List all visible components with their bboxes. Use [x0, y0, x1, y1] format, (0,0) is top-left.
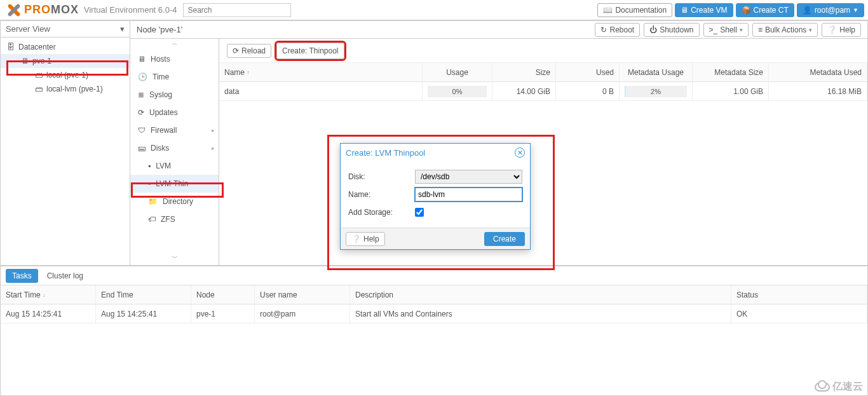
- help-icon: ❔: [827, 25, 837, 34]
- cell-metadata-usage: 2%: [620, 82, 693, 100]
- dialog-body: Disk: /dev/sdb Name: Add Storage:: [341, 161, 530, 228]
- add-storage-checkbox[interactable]: [415, 208, 424, 217]
- name-label: Name:: [348, 190, 415, 199]
- refresh-icon: ↻: [600, 25, 607, 34]
- sidemenu-zfs[interactable]: 🏷ZFS: [130, 210, 219, 228]
- sidemenu-updates[interactable]: ⟳Updates: [130, 104, 219, 121]
- menu-icon: ≣: [138, 90, 144, 99]
- tab-tasks[interactable]: Tasks: [6, 269, 38, 283]
- col-start-time[interactable]: Start Time ↓: [1, 285, 96, 304]
- col-end-time[interactable]: End Time: [96, 285, 191, 304]
- tree-icon: 🗃: [35, 85, 43, 93]
- scroll-up-icon[interactable]: ︿: [130, 39, 219, 50]
- col-metadata-size[interactable]: Metadata Size: [693, 63, 769, 81]
- tree-label: pve-1: [32, 57, 51, 65]
- bulk-actions-button[interactable]: ≡Bulk Actions▾: [752, 23, 818, 37]
- chevron-down-icon: ▾: [809, 27, 812, 33]
- col-metadata-usage[interactable]: Metadata Usage: [620, 63, 693, 81]
- menu-label: Updates: [149, 108, 178, 117]
- col-node[interactable]: Node: [191, 285, 255, 304]
- menu-icon: 🖥: [138, 55, 146, 64]
- user-icon: 👤: [803, 6, 812, 15]
- book-icon: 📖: [603, 6, 613, 15]
- tree-icon: 🖥: [21, 57, 29, 65]
- scroll-down-icon[interactable]: ﹀: [130, 254, 219, 265]
- create-ct-button[interactable]: 📦 Create CT: [736, 3, 794, 17]
- create-thinpool-dialog: Create: LVM Thinpool ✕ Disk: /dev/sdb Na…: [340, 143, 531, 250]
- shell-button[interactable]: >_Shell▾: [703, 23, 749, 37]
- name-input[interactable]: [415, 188, 522, 201]
- col-user[interactable]: User name: [255, 285, 350, 304]
- tree-item-datacenter[interactable]: 🗄Datacenter: [1, 40, 130, 54]
- menu-label: LVM: [156, 161, 171, 170]
- sidemenu-lvm-thin[interactable]: ▫LVM-Thin: [130, 175, 219, 193]
- lvm-thin-pane: ⟳Reload Create: Thinpool Name ↑ Usage Si…: [219, 39, 867, 265]
- header-actions: 📖 Documentation 🖥 Create VM 📦 Create CT …: [597, 3, 864, 17]
- cloud-icon: [815, 383, 830, 392]
- col-used[interactable]: Used: [556, 63, 620, 81]
- dialog-header[interactable]: Create: LVM Thinpool ✕: [341, 144, 530, 161]
- tree-item-local-pve-1-[interactable]: 🗃local (pve-1): [1, 68, 130, 82]
- logo-text: PROMOX: [24, 3, 79, 17]
- reboot-button[interactable]: ↻Reboot: [595, 23, 640, 37]
- view-selector[interactable]: Server View ▾: [1, 21, 130, 38]
- sidemenu-firewall[interactable]: 🛡Firewall▸: [130, 121, 219, 139]
- chevron-down-icon: ▼: [853, 7, 858, 13]
- proxmox-logo: PROMOX: [4, 3, 79, 18]
- cell-used: 0 B: [556, 82, 620, 100]
- watermark: 亿速云: [815, 380, 863, 393]
- create-thinpool-button[interactable]: Create: Thinpool: [276, 43, 344, 59]
- col-name[interactable]: Name ↑: [219, 63, 423, 81]
- resource-tree: 🗄Datacenter🖥pve-1🗃local (pve-1)🗃local-lv…: [1, 38, 130, 265]
- menu-label: Syslog: [149, 90, 172, 99]
- tree-item-pve-1[interactable]: 🖥pve-1: [1, 54, 130, 68]
- sidemenu-time[interactable]: 🕒Time: [130, 68, 219, 86]
- disk-select[interactable]: /dev/sdb: [415, 170, 522, 184]
- thinpool-row[interactable]: data0%14.00 GiB0 B2%1.00 GiB16.18 MiB: [219, 82, 867, 101]
- menu-label: ZFS: [161, 215, 175, 224]
- dialog-help-button[interactable]: ❔Help: [346, 232, 385, 246]
- tree-label: Datacenter: [18, 43, 56, 51]
- cell-name: data: [219, 82, 423, 100]
- shutdown-button[interactable]: ⏻Shutdown: [644, 23, 699, 37]
- task-grid-header: Start Time ↓ End Time Node User name Des…: [1, 285, 867, 304]
- col-status[interactable]: Status: [731, 285, 867, 304]
- col-metadata-used[interactable]: Metadata Used: [769, 63, 867, 81]
- log-tabs: Tasks Cluster log: [1, 266, 867, 285]
- grid-header: Name ↑ Usage Size Used Metadata Usage Me…: [219, 63, 867, 82]
- menu-label: Hosts: [151, 55, 170, 64]
- tab-cluster-log[interactable]: Cluster log: [41, 269, 90, 283]
- task-log-panel: Tasks Cluster log Start Time ↓ End Time …: [0, 266, 868, 396]
- content-header: Node 'pve-1' ↻Reboot ⏻Shutdown >_Shell▾ …: [130, 21, 867, 39]
- tree-item-local-lvm-pve-1-[interactable]: 🗃local-lvm (pve-1): [1, 82, 130, 96]
- tree-icon: 🗄: [7, 43, 15, 51]
- sidemenu-disks[interactable]: 🖴Disks▸: [130, 139, 219, 157]
- disk-label: Disk:: [348, 172, 415, 181]
- help-button[interactable]: ❔Help: [822, 23, 861, 37]
- create-vm-button[interactable]: 🖥 Create VM: [675, 3, 733, 17]
- reload-button[interactable]: ⟳Reload: [227, 44, 271, 58]
- close-icon[interactable]: ✕: [515, 147, 525, 158]
- sidemenu-directory[interactable]: 📁Directory: [130, 193, 219, 210]
- menu-icon: 🕒: [138, 72, 147, 81]
- sidemenu-syslog[interactable]: ≣Syslog: [130, 86, 219, 104]
- tree-label: local-lvm (pve-1): [46, 85, 103, 93]
- col-size[interactable]: Size: [492, 63, 556, 81]
- cell-metadata-used: 16.18 MiB: [769, 82, 867, 100]
- menu-label: Time: [153, 72, 169, 81]
- col-description[interactable]: Description: [350, 285, 731, 304]
- add-storage-label: Add Storage:: [348, 208, 415, 217]
- task-row[interactable]: Aug 15 14:25:41Aug 15 14:25:41pve-1root@…: [1, 304, 867, 324]
- menu-label: Disks: [151, 144, 169, 153]
- search-input[interactable]: [183, 3, 291, 17]
- col-usage[interactable]: Usage: [423, 63, 492, 81]
- sidemenu-hosts[interactable]: 🖥Hosts: [130, 50, 219, 68]
- user-menu-button[interactable]: 👤 root@pam ▼: [797, 3, 864, 17]
- cell-size: 14.00 GiB: [492, 82, 556, 100]
- node-actions: ↻Reboot ⏻Shutdown >_Shell▾ ≡Bulk Actions…: [595, 23, 861, 37]
- dialog-create-button[interactable]: Create: [484, 232, 525, 246]
- sidemenu-lvm[interactable]: ▪LVM: [130, 157, 219, 175]
- documentation-button[interactable]: 📖 Documentation: [597, 3, 672, 17]
- top-header: PROMOX Virtual Environment 6.0-4 📖 Docum…: [0, 0, 868, 20]
- server-view-panel: Server View ▾ 🗄Datacenter🖥pve-1🗃local (p…: [0, 20, 130, 266]
